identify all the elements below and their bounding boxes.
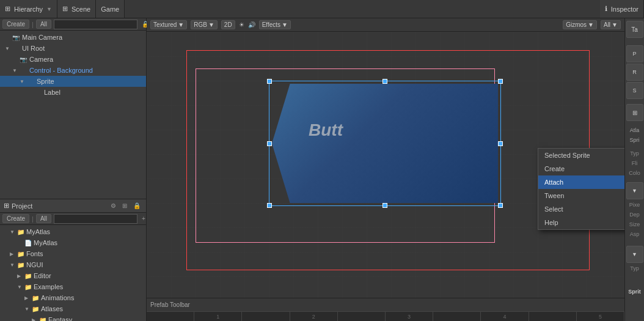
create-button[interactable]: Create [2,20,29,29]
top-bar: ⊞ Hierarchy ▼ ⊞ Scene Game ℹ Inspector [0,0,644,18]
all-button[interactable]: All [36,20,51,29]
proj-label: Fonts [26,250,43,257]
proj-label: NGUI [26,261,43,268]
project-icon: ⊞ [4,202,9,210]
dropdown-icon: ▼ [282,21,288,28]
project-toolbar: Create | All + 📁 [0,213,146,225]
proj-label: MyAtlas [34,239,57,246]
folder-icon: 📁 [24,273,32,279]
ctx-tween[interactable]: Tween ▶ [538,189,624,202]
rgb-label: RGB [194,21,207,28]
color-label: Colo [628,169,642,177]
tree-label[interactable]: Label [0,87,146,98]
scene-canvas[interactable]: Butt Selected Sprite ▶ Create ▶ Attach ▶… [147,32,624,298]
audio-icon[interactable]: 🔊 [248,21,255,28]
ctx-help[interactable]: Help ▶ [538,216,624,229]
pixel-label: Pixe [628,201,642,209]
inspector-header[interactable]: ℹ Inspector [600,0,644,18]
gizmos-btn[interactable]: Gizmos ▼ [563,20,597,29]
ruler-mark-6 [433,312,481,321]
expand-icon[interactable]: ⊞ [120,202,129,210]
game-title: Game [101,6,119,13]
prefab-label: Prefab Toolbar [150,301,190,308]
file-icon: 📄 [24,240,32,246]
ctx-select[interactable]: Select ▶ [538,202,624,216]
arrow-icon: ▼ [5,46,12,51]
settings-icon[interactable]: ⚙ [109,202,118,210]
scene-tab[interactable]: ⊞ Scene [57,0,96,18]
proj-item-animations[interactable]: ▶ 📁 Animations [0,292,146,303]
proj-item-editor[interactable]: ▶ 📁 Editor [0,270,146,281]
tree-sprite[interactable]: ▼ Sprite [0,76,146,87]
folder-icon: 📁 [24,284,32,290]
proj-item-fonts[interactable]: ▶ 📁 Fonts [0,248,146,259]
hierarchy-toolbar: Create | All 🔒 [0,18,146,31]
proj-label: MyAtlas [26,228,50,235]
tree-label: Camera [29,56,53,63]
tree-control-bg[interactable]: ▼ Control - Background [0,65,146,76]
tree-ui-root[interactable]: ▼ UI Root [0,43,146,54]
ctx-attach[interactable]: Attach ▶ [538,175,624,189]
tree-label: UI Root [22,45,45,52]
project-panel: ⊞ Project ⚙ ⊞ 🔒 Create | All + 📁 ▼ 📁 MyA… [0,199,146,321]
ctx-label: Tween [544,192,564,199]
ctx-label: Create [544,165,565,172]
project-all-btn[interactable]: All [36,214,51,223]
folder-icon: 📁 [17,251,24,257]
dropdown-icon: ▼ [612,21,618,28]
proj-label: Fantasy [48,316,72,321]
all-layers-btn[interactable]: All ▼ [601,20,621,29]
game-tab[interactable]: Game [96,0,125,18]
inspector-icon-p[interactable]: P [626,45,643,62]
dropdown-icon: ▼ [588,21,594,28]
folder-icon: 📁 [17,262,24,268]
tree-camera[interactable]: 📷 Camera [0,54,146,65]
ctx-selected-sprite[interactable]: Selected Sprite ▶ [538,149,624,162]
context-menu: Selected Sprite ▶ Create ▶ Attach ▶ Twee… [538,148,624,230]
folder-icon: 📁 [17,229,24,235]
inspector-icon-grid3[interactable]: ▼ [626,246,643,263]
project-title-bar: ⊞ Project ⚙ ⊞ 🔒 [0,199,146,213]
hierarchy-header[interactable]: ⊞ Hierarchy ▼ [0,0,57,18]
ctx-label: Attach [544,179,563,186]
lock-icon[interactable]: 🔒 [131,202,142,210]
2d-btn[interactable]: 2D [221,20,235,29]
textured-btn[interactable]: Textured ▼ [150,20,187,29]
proj-label: Examples [34,283,63,290]
hierarchy-search[interactable] [54,20,137,29]
project-search[interactable] [54,214,137,224]
proj-item-atlases[interactable]: ▼ 📁 Atlases [0,303,146,314]
scene-icon: ⊞ [62,5,68,13]
inspector-icon-grid[interactable]: ⊞ [626,104,643,121]
tree-main-camera[interactable]: 📷 Main Camera [0,32,146,43]
folder-icon: 📁 [39,317,46,322]
gizmos-label: Gizmos [566,21,587,28]
inspector-icon-grid2[interactable]: ▼ [626,182,643,199]
proj-item[interactable]: 📄 MyAtlas [0,237,146,248]
project-create-btn[interactable]: Create [2,214,29,223]
prefab-toolbar: Prefab Toolbar [147,298,624,311]
proj-item[interactable]: ▼ 📁 MyAtlas [0,226,146,237]
inspector-icon-r[interactable]: R [626,64,643,81]
ctx-label: Select [544,205,563,213]
rgb-btn[interactable]: RGB ▼ [191,20,218,29]
arrow-icon: ▶ [10,251,17,257]
inspector-icon-s[interactable]: S [626,82,643,99]
effects-btn[interactable]: Effects ▼ [259,20,291,29]
ctx-create[interactable]: Create ▶ [538,162,624,175]
arrow-icon: ▼ [17,284,24,290]
info-icon: ℹ [605,5,607,13]
left-panel: Create | All 🔒 📷 Main Camera ▼ UI Root 📷… [0,18,147,321]
ruler-bar: 1 2 3 4 5 [147,311,624,321]
sprite-shape [272,84,498,203]
arrow-icon: ▶ [32,317,39,322]
ruler-mark-9: 5 [577,312,624,321]
proj-item-fantasy[interactable]: ▶ 📁 Fantasy [0,314,146,321]
sun-icon[interactable]: ☀ [239,21,244,28]
proj-item-examples[interactable]: ▼ 📁 Examples [0,281,146,292]
inspector-icon-ta[interactable]: Ta [626,21,643,38]
ruler-mark-2 [242,312,290,321]
proj-item-ngui[interactable]: ▼ 📁 NGUI [0,259,146,270]
inspector-label: Inspector [611,6,639,13]
hierarchy-tree: 📷 Main Camera ▼ UI Root 📷 Camera ▼ Contr… [0,31,146,199]
